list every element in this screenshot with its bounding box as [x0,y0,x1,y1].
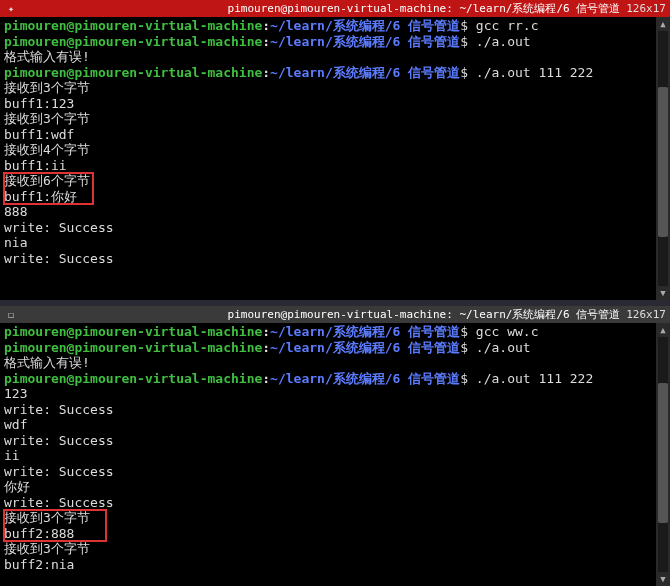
highlight-box: 接收到3个字节buff2:888 [4,510,106,541]
scroll-up-icon[interactable]: ▲ [656,17,670,31]
output-text: buff1:ii [4,158,67,174]
output-text: 888 [4,204,27,220]
output-text: 接收到4个字节 [4,142,90,158]
output-text: buff1:你好 [4,189,93,205]
output-line: write: Success [4,495,666,511]
output-line: 格式输入有误! [4,355,666,371]
output-text: nia [4,235,27,251]
output-line: 接收到3个字节 [4,541,666,557]
command-text: ./a.out [476,340,531,356]
prompt-dollar: $ [460,18,476,34]
output-line: write: Success [4,402,666,418]
prompt-user-host: pimouren@pimouren-virtual-machine [4,371,262,387]
titlebar-title-2: pimouren@pimouren-virtual-machine: ~/lea… [228,307,621,322]
prompt-user-host: pimouren@pimouren-virtual-machine [4,324,262,340]
scroll-down-icon[interactable]: ▼ [656,572,670,586]
titlebar-1[interactable]: ✦ pimouren@pimouren-virtual-machine: ~/l… [0,0,670,17]
prompt-dollar: $ [460,65,476,81]
output-text: 接收到6个字节 [4,173,90,189]
output-text: 接收到3个字节 [4,111,90,127]
prompt-path: ~/learn/系统编程/6 信号管道 [270,371,460,387]
command-text: ./a.out 111 222 [476,65,593,81]
output-line: 123 [4,386,666,402]
output-line: buff1:123 [4,96,666,112]
scroll-up-icon[interactable]: ▲ [656,323,670,337]
scrollbar-1[interactable]: ▲ ▼ [656,17,670,300]
prompt-dollar: $ [460,340,476,356]
output-text: buff1:wdf [4,127,74,143]
titlebar-2[interactable]: ☐ pimouren@pimouren-virtual-machine: ~/l… [0,306,670,323]
command-text: gcc ww.c [476,324,539,340]
output-line: write: Success [4,220,666,236]
prompt-line: pimouren@pimouren-virtual-machine:~/lear… [4,371,666,387]
output-line: buff1:wdf [4,127,666,143]
prompt-colon: : [262,34,270,50]
scroll-thumb[interactable] [658,383,668,523]
output-line: 接收到3个字节 [4,80,666,96]
prompt-colon: : [262,324,270,340]
output-text: write: Success [4,251,114,267]
terminal-body-1[interactable]: pimouren@pimouren-virtual-machine:~/lear… [0,17,670,268]
output-line: write: Success [4,464,666,480]
output-line: write: Success [4,251,666,267]
output-text: write: Success [4,495,114,511]
output-text: wdf [4,417,27,433]
command-text: ./a.out [476,34,531,50]
prompt-dollar: $ [460,371,476,387]
prompt-line: pimouren@pimouren-virtual-machine:~/lear… [4,324,666,340]
output-text: write: Success [4,402,114,418]
output-text: 你好 [4,479,30,495]
output-text: 接收到3个字节 [4,541,90,557]
scroll-thumb[interactable] [658,87,668,237]
output-line: buff2:nia [4,557,666,573]
prompt-path: ~/learn/系统编程/6 信号管道 [270,324,460,340]
output-line: 888 [4,204,666,220]
prompt-colon: : [262,65,270,81]
prompt-path: ~/learn/系统编程/6 信号管道 [270,65,460,81]
output-line: 接收到6个字节 [4,173,93,189]
prompt-colon: : [262,371,270,387]
output-text: buff2:nia [4,557,74,573]
output-line: buff1:你好 [4,189,93,205]
output-text: 接收到3个字节 [4,510,90,526]
titlebar-dims-1: 126x17 [626,2,666,15]
output-text: write: Success [4,464,114,480]
prompt-line: pimouren@pimouren-virtual-machine:~/lear… [4,34,666,50]
output-line: buff2:888 [4,526,106,542]
output-text: 格式输入有误! [4,49,90,65]
output-text: write: Success [4,433,114,449]
output-line: ii [4,448,666,464]
window-icon: ✦ [6,4,16,14]
prompt-user-host: pimouren@pimouren-virtual-machine [4,34,262,50]
titlebar-title-1: pimouren@pimouren-virtual-machine: ~/lea… [228,1,621,16]
scrollbar-2[interactable]: ▲ ▼ [656,323,670,586]
command-text: gcc rr.c [476,18,539,34]
output-line: 接收到4个字节 [4,142,666,158]
output-line: 格式输入有误! [4,49,666,65]
prompt-line: pimouren@pimouren-virtual-machine:~/lear… [4,340,666,356]
prompt-dollar: $ [460,324,476,340]
prompt-path: ~/learn/系统编程/6 信号管道 [270,340,460,356]
prompt-line: pimouren@pimouren-virtual-machine:~/lear… [4,65,666,81]
output-line: 你好 [4,479,666,495]
prompt-colon: : [262,18,270,34]
command-text: ./a.out 111 222 [476,371,593,387]
output-line: buff1:ii [4,158,666,174]
prompt-path: ~/learn/系统编程/6 信号管道 [270,18,460,34]
output-text: 123 [4,386,27,402]
output-line: wdf [4,417,666,433]
output-text: 格式输入有误! [4,355,90,371]
prompt-dollar: $ [460,34,476,50]
prompt-colon: : [262,340,270,356]
terminal-pane-2: ☐ pimouren@pimouren-virtual-machine: ~/l… [0,306,670,586]
output-text: ii [4,448,20,464]
terminal-body-2[interactable]: pimouren@pimouren-virtual-machine:~/lear… [0,323,670,574]
titlebar-dims-2: 126x17 [626,308,666,321]
prompt-user-host: pimouren@pimouren-virtual-machine [4,340,262,356]
window-icon: ☐ [6,310,16,320]
output-text: 接收到3个字节 [4,80,90,96]
prompt-line: pimouren@pimouren-virtual-machine:~/lear… [4,18,666,34]
output-line: 接收到3个字节 [4,111,666,127]
output-line: nia [4,235,666,251]
scroll-down-icon[interactable]: ▼ [656,286,670,300]
